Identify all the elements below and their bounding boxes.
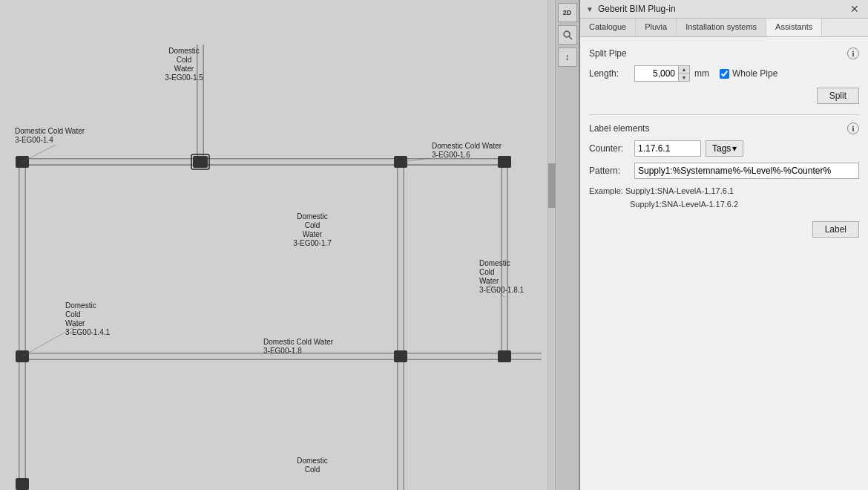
label-elements-header: Label elements ℹ (589, 122, 859, 134)
svg-text:Cold: Cold (177, 56, 192, 64)
tab-catalogue[interactable]: Catalogue (580, 19, 636, 36)
bim-panel: ▼ Geberit BIM Plug-in ✕ Catalogue Pluvia… (579, 0, 868, 490)
label-elements-info-icon[interactable]: ℹ (847, 122, 859, 134)
svg-text:3-EG00-1.4: 3-EG00-1.4 (15, 136, 53, 144)
svg-text:Cold: Cold (65, 310, 81, 318)
svg-text:Domestic: Domestic (297, 212, 328, 220)
svg-text:3-EG00-1.4.1: 3-EG00-1.4.1 (65, 328, 110, 336)
svg-rect-27 (394, 350, 407, 362)
svg-text:Domestic: Domestic (479, 259, 510, 267)
whole-pipe-checkbox[interactable] (720, 69, 729, 79)
svg-text:3-EG00-1.8.1: 3-EG00-1.8.1 (479, 286, 524, 294)
svg-text:Water: Water (303, 230, 323, 238)
minimize-icon[interactable]: ▼ (586, 5, 594, 13)
length-input[interactable] (634, 65, 679, 82)
unit-label: mm (694, 68, 709, 79)
svg-point-58 (564, 31, 570, 37)
split-pipe-info-icon[interactable]: ℹ (847, 48, 859, 59)
svg-text:3-EG00-1.8: 3-EG00-1.8 (263, 347, 302, 355)
pattern-row: Pattern: (589, 163, 859, 179)
close-button[interactable]: ✕ (847, 3, 862, 15)
panel-tabs: Catalogue Pluvia Installation systems As… (580, 19, 868, 37)
svg-text:Domestic: Domestic (297, 457, 328, 465)
tags-arrow-icon: ▾ (732, 143, 737, 154)
cad-btn-zoom[interactable] (558, 25, 577, 45)
svg-text:Cold: Cold (305, 466, 320, 474)
svg-rect-21 (193, 156, 208, 168)
length-spinner: ▲ ▼ (634, 65, 690, 82)
panel-content: Split Pipe ℹ Length: ▲ ▼ mm Whole Pipe S… (580, 37, 868, 490)
length-label: Length: (589, 68, 630, 79)
svg-text:3-EG00-1.5: 3-EG00-1.5 (165, 74, 203, 82)
svg-text:Cold: Cold (305, 221, 320, 229)
svg-line-59 (569, 36, 572, 39)
svg-text:3-EG00-1.6: 3-EG00-1.6 (432, 151, 470, 159)
example-line-2: Supply1:SNA-LevelA-1.17.6.2 (630, 200, 738, 209)
pattern-input[interactable] (634, 163, 859, 179)
label-elements-title: Label elements (589, 123, 649, 134)
svg-text:Domestic Cold Water: Domestic Cold Water (432, 142, 502, 150)
counter-input[interactable] (634, 140, 701, 157)
spinner-buttons: ▲ ▼ (679, 65, 690, 82)
cad-drawing: Domestic Cold Water 3-EG00-1.5 Domestic … (0, 0, 555, 490)
split-pipe-header: Split Pipe ℹ (589, 48, 859, 59)
split-button[interactable]: Split (817, 88, 859, 104)
counter-row: Counter: Tags ▾ (589, 140, 859, 157)
tags-label: Tags (712, 143, 731, 154)
svg-rect-28 (498, 350, 511, 362)
svg-text:3-EG00-1.7: 3-EG00-1.7 (293, 239, 332, 247)
svg-text:Water: Water (479, 277, 499, 285)
length-row: Length: ▲ ▼ mm Whole Pipe (589, 65, 859, 82)
tab-assistants[interactable]: Assistants (766, 19, 822, 36)
cad-scrollbar-thumb[interactable] (548, 163, 556, 208)
cad-toolbar: 2D ↕ (555, 0, 579, 490)
section-divider (589, 114, 859, 115)
pattern-label: Pattern: (589, 166, 630, 176)
tags-button[interactable]: Tags ▾ (706, 140, 743, 157)
svg-text:Cold: Cold (479, 268, 495, 276)
split-btn-row: Split (589, 88, 859, 104)
label-btn-row: Label (589, 221, 859, 238)
split-pipe-title: Split Pipe (589, 48, 627, 59)
cad-scrollbar[interactable] (548, 0, 555, 490)
example-line-1: Supply1:SNA-LevelA-1.17.6.1 (625, 186, 734, 195)
svg-text:Domestic: Domestic (65, 301, 96, 310)
svg-rect-29 (16, 478, 29, 490)
example-label: Example: (589, 186, 623, 195)
label-button[interactable]: Label (812, 221, 859, 238)
counter-label: Counter: (589, 143, 630, 154)
example-text: Example: Supply1:SNA-LevelA-1.17.6.1 Sup… (589, 185, 859, 211)
whole-pipe-row: Whole Pipe (720, 68, 777, 79)
spinner-down[interactable]: ▼ (679, 74, 689, 81)
svg-text:Domestic: Domestic (168, 47, 200, 55)
cad-btn-nav[interactable]: ↕ (558, 48, 577, 67)
svg-text:Domestic Cold Water: Domestic Cold Water (263, 338, 334, 346)
svg-text:Water: Water (174, 65, 194, 73)
svg-text:Domestic Cold Water: Domestic Cold Water (15, 127, 85, 135)
cad-btn-2d[interactable]: 2D (558, 3, 577, 22)
tab-installation-systems[interactable]: Installation systems (677, 19, 766, 36)
svg-rect-0 (0, 0, 555, 490)
panel-title: Geberit BIM Plug-in (598, 4, 676, 14)
cad-viewport[interactable]: Domestic Cold Water 3-EG00-1.5 Domestic … (0, 0, 579, 490)
panel-titlebar: ▼ Geberit BIM Plug-in ✕ (580, 0, 868, 19)
svg-rect-24 (498, 156, 511, 168)
spinner-up[interactable]: ▲ (679, 66, 689, 74)
tab-pluvia[interactable]: Pluvia (636, 19, 677, 36)
svg-text:Water: Water (65, 319, 85, 327)
whole-pipe-label: Whole Pipe (732, 68, 777, 79)
